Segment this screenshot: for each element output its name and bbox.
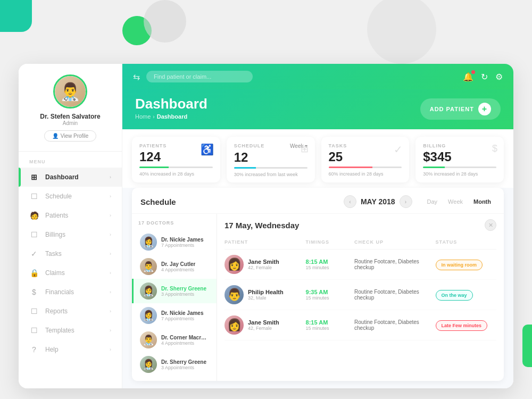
stat-bar-billing (423, 167, 496, 168)
face-emoji-5: 👨‍⚕️ (140, 331, 157, 348)
doctor-item-selected[interactable]: 👩‍⚕️ Dr. Sherry Greene 3 Appointments (132, 279, 217, 303)
topbar: ⇆ 🔔 ↻ ⚙ (122, 64, 513, 89)
schedule-body: 17 DOCTORS 👩‍⚕️ Dr. Nickie James 7 Appoi… (132, 214, 504, 381)
sidebar-item-reports[interactable]: ☐ Reports › (19, 302, 122, 321)
notification-bell-button[interactable]: 🔔 (463, 72, 473, 82)
stat-sub-patients: 40% increased in 28 days (139, 171, 213, 177)
appt-time-1: 8:15 AM (306, 259, 355, 265)
patient-meta-1: 42, Female (248, 265, 279, 270)
search-input[interactable] (146, 71, 253, 82)
financials-icon: $ (29, 287, 39, 297)
doctor-item[interactable]: 👩‍⚕️ Dr. Nickie James 7 Appointments (132, 303, 217, 328)
stat-label-schedule: SCHEDULE (234, 143, 265, 148)
patient-avatar-1: 👩 (225, 255, 244, 274)
nav-label-patients: Patients (45, 212, 68, 219)
appointment-timing-3: 8:15 AM 15 minutes (306, 319, 355, 331)
sidebar-item-financials[interactable]: $ Financials › (19, 282, 122, 302)
view-profile-button[interactable]: 👤 View Profile (44, 130, 97, 142)
gray-circle-shape2 (367, 0, 436, 64)
status-badge-onway: On the way (436, 290, 473, 301)
schedule-prev-button[interactable]: ‹ (344, 195, 356, 208)
view-day-button[interactable]: Day (423, 197, 442, 206)
patient-details-1: Jane Smith 42, Female (248, 259, 279, 270)
selected-date-label: 17 May, Wednesday (225, 221, 299, 230)
dashboard-title-group: Dashboard Home › Dashboard (135, 96, 207, 120)
face-emoji-1: 👩‍⚕️ (140, 234, 157, 251)
doctor-avatar-4: 👩‍⚕️ (140, 307, 157, 324)
doctor-name-5: Dr. Corner Macreg... (161, 335, 209, 340)
breadcrumb: Home › Dashboard (135, 113, 207, 120)
breadcrumb-current: Dashboard (157, 113, 187, 120)
status-badge-waiting: In waiting room (436, 260, 483, 270)
billings-icon: ☐ (29, 230, 39, 239)
settings-button[interactable]: ⚙ (495, 72, 503, 82)
doctor-avatar-3: 👩‍⚕️ (140, 282, 157, 300)
face-emoji-6: 👩‍⚕️ (140, 356, 157, 373)
appt-checkup-2: Routine Footcare, Diabetes checkup (354, 289, 436, 301)
page-title: Dashboard (135, 96, 207, 112)
doctor-name-6: Dr. Sherry Greene (161, 359, 206, 365)
appointment-row: 👩 Jane Smith 42, Female 8:15 AM 15 minut… (225, 310, 496, 340)
refresh-button[interactable]: ↻ (481, 72, 488, 82)
nav-label-financials: Financials (45, 288, 74, 296)
patient-meta-3: 42, Female (248, 326, 279, 331)
doctor-info-2: Dr. Jay Cutler 4 Appointments (161, 261, 195, 272)
doctor-appts-1: 7 Appointments (161, 243, 204, 248)
close-appointments-button[interactable]: ✕ (485, 219, 496, 231)
sidebar-item-billings[interactable]: ☐ Billings › (19, 225, 122, 244)
doctor-appts-2: 4 Appointments (161, 267, 195, 272)
doctor-info-5: Dr. Corner Macreg... 4 Appointments (161, 335, 209, 346)
appointment-timing-2: 9:35 AM 15 minutes (306, 289, 355, 301)
appointment-patient-3: 👩 Jane Smith 42, Female (225, 315, 306, 335)
sidebar-item-patients[interactable]: 🧑 Patients › (19, 206, 122, 225)
patients-stat-icon: ♿ (201, 143, 214, 156)
sidebar: 👨‍⚕️ Dr. Stefen Salvatore Admin 👤 View P… (19, 64, 122, 388)
view-month-button[interactable]: Month (469, 197, 495, 206)
background-decoration (0, 0, 532, 69)
sidebar-profile: 👨‍⚕️ Dr. Stefen Salvatore Admin 👤 View P… (19, 74, 122, 152)
appointment-patient-2: 👨 Philip Health 32, Male (225, 285, 306, 304)
doctor-appts-4: 7 Appointments (161, 316, 204, 321)
chevron-icon: › (110, 289, 111, 295)
doctor-appts-6: 3 Appointments (161, 365, 206, 370)
doctor-item[interactable]: 👩‍⚕️ Dr. Sherry Greene 3 Appointments (132, 352, 217, 377)
col-checkup: CHECK UP (354, 239, 436, 245)
doctor-info-3: Dr. Sherry Greene 3 Appointments (161, 286, 206, 297)
sidebar-item-claims[interactable]: 🔒 Claims › (19, 263, 122, 282)
sidebar-item-schedule[interactable]: ☐ Schedule › (19, 187, 122, 206)
menu-label: MENU (19, 152, 122, 168)
view-toggle-group: Day Week Month (423, 197, 495, 206)
sidebar-item-dashboard[interactable]: ⊞ Dashboard › (19, 168, 122, 187)
doctor-item[interactable]: 👨‍⚕️ Dr. Jay Cutler 4 Appointments (132, 254, 217, 279)
stat-sub-schedule: 30% increased from last week (234, 172, 307, 177)
chevron-icon: › (110, 174, 111, 180)
add-patient-button[interactable]: ADD PATIENT + (420, 98, 501, 120)
doctor-avatar-6: 👩‍⚕️ (140, 356, 157, 373)
back-button[interactable]: ⇆ (133, 72, 140, 82)
doctor-avatar: 👨‍⚕️ (55, 76, 86, 107)
stat-card-schedule: SCHEDULE Week ▾ ⊞ 12 30% increased from … (227, 137, 315, 182)
face-emoji-3: 👩‍⚕️ (140, 282, 157, 300)
doctor-info-6: Dr. Sherry Greene 3 Appointments (161, 359, 206, 370)
green-circle-shape (122, 16, 152, 45)
stat-label-tasks: TASKS (329, 143, 402, 148)
schedule-next-button[interactable]: › (400, 195, 412, 208)
tasks-icon: ✓ (29, 249, 39, 259)
stat-bar-patients (139, 167, 213, 168)
view-week-button[interactable]: Week (444, 197, 467, 206)
stat-card-tasks: TASKS ✓ 25 60% increased in 28 days (321, 137, 410, 182)
dashboard-header: Dashboard Home › Dashboard ADD PATIENT + (122, 89, 513, 129)
chevron-icon: › (110, 347, 111, 352)
nav-label-help: Help (45, 346, 59, 353)
appointments-date: 17 May, Wednesday ✕ (225, 219, 496, 231)
doctor-item[interactable]: 👩‍⚕️ Dr. Nickie James 7 Appointments (132, 230, 217, 254)
sidebar-item-templates[interactable]: ☐ Templates › (19, 321, 122, 340)
doctor-name: Dr. Stefen Salvatore (40, 113, 100, 120)
main-content: ⇆ 🔔 ↻ ⚙ Dashboard Home › Dashboard (122, 64, 513, 388)
sidebar-item-help[interactable]: ? Help › (19, 340, 122, 359)
nav-label-reports: Reports (45, 307, 68, 315)
sidebar-item-tasks[interactable]: ✓ Tasks › (19, 244, 122, 263)
doctor-avatar-5: 👨‍⚕️ (140, 331, 157, 348)
doctor-item[interactable]: 👨‍⚕️ Dr. Corner Macreg... 4 Appointments (132, 328, 217, 352)
right-accent-bar (522, 325, 532, 367)
